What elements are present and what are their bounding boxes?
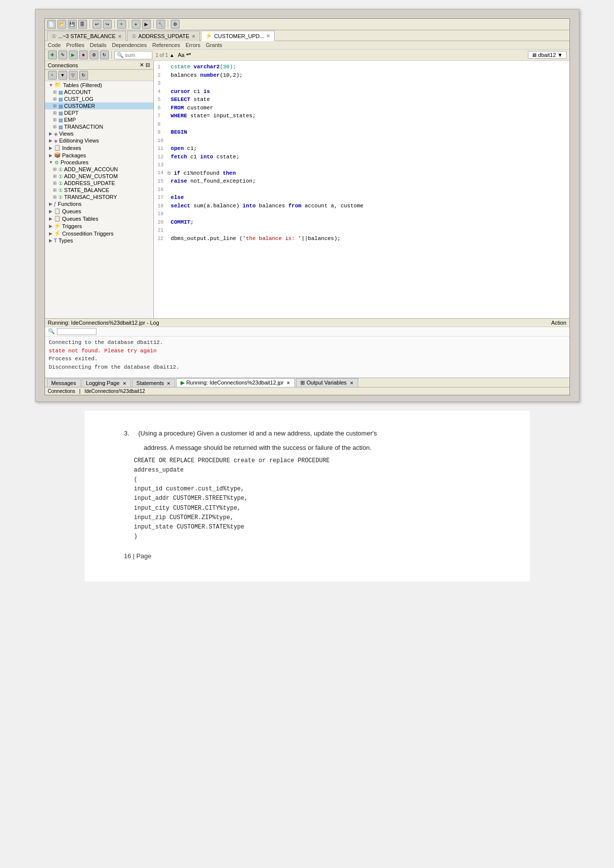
tab-running-close[interactable]: ✕ <box>286 381 290 386</box>
log-title: Running: IdeConnections%23dbait12.jpr - … <box>48 320 159 326</box>
search-input[interactable] <box>125 52 150 58</box>
sidebar-item-state-balance[interactable]: ⊞ ① STATE_BALANCE <box>45 187 153 193</box>
doc-param-5: input_state CUSTOMER.STATE%type <box>134 523 500 532</box>
tab-messages[interactable]: Messages <box>47 379 81 387</box>
tab-logging-page[interactable]: Logging Page ✕ <box>82 379 131 387</box>
menu-details[interactable]: Details <box>90 42 107 48</box>
code-line-12: 12 fetch c1 into cstate; <box>158 153 566 161</box>
sidebar-item-add-new-accoun[interactable]: ⊞ ① ADD_NEW_ACCOUN <box>45 166 153 173</box>
db-icon[interactable]: 🔧 <box>156 20 165 29</box>
code-line-13: 13 <box>158 161 566 169</box>
queues-label: Queues <box>62 208 82 214</box>
doc-param-2: input_addr CUSTOMER.STREET%type, <box>134 494 500 503</box>
sidebar-add-icon[interactable]: + <box>48 71 57 80</box>
sidebar-item-add-new-custom[interactable]: ⊞ ① ADD_NEW_CUSTOM <box>45 173 153 180</box>
ide-window: 📄 📂 💾 🗄 ↩ ↪ + ● ▶ 🔧 ⚙ ① ...~3 STATE_BALA… <box>45 18 570 395</box>
sidebar-item-queues-tables[interactable]: ▶ 📋 Queues Tables <box>45 215 153 222</box>
tab-output-variables-label: Output Variables <box>306 380 346 386</box>
edit-icon[interactable]: ✎ <box>58 50 67 59</box>
log-line-4: Disconnecting from the database dbait12. <box>49 363 566 372</box>
editor-content[interactable]: 1 cstate varchar2(30); 2 balances number… <box>154 61 569 318</box>
log-search-input[interactable] <box>57 328 96 335</box>
main-area: Connections ✕ ⊟ + ▼ ▽ ↻ ▼ 📁 Tables (Filt… <box>45 61 569 318</box>
sidebar-item-functions[interactable]: ▶ ƒ Functions <box>45 200 153 207</box>
forward-icon[interactable]: ↪ <box>103 20 112 29</box>
tab-statements-close[interactable]: ✕ <box>167 381 171 386</box>
add-icon[interactable]: + <box>117 20 126 29</box>
save-icon[interactable]: 💾 <box>68 20 77 29</box>
types-icon: T <box>54 238 57 243</box>
sidebar-item-triggers[interactable]: ▶ ⚡ Triggers <box>45 222 153 230</box>
stop-icon[interactable]: ■ <box>79 50 88 59</box>
run-icon[interactable]: ▶ <box>69 50 78 59</box>
add-new-custom-icon: ① <box>58 174 63 179</box>
add-row-icon[interactable]: ✚ <box>48 50 57 59</box>
sidebar-filter-icon[interactable]: ▽ <box>69 71 78 80</box>
save-all-icon[interactable]: 🗄 <box>78 20 87 29</box>
tab-address-update-close[interactable]: ✕ <box>191 34 195 39</box>
code-line-19: 19 <box>158 210 566 218</box>
sidebar-refresh2-icon[interactable]: ↻ <box>79 71 88 80</box>
tab-customer-upd-close[interactable]: ✕ <box>266 33 270 39</box>
menu-grants[interactable]: Grants <box>206 42 222 48</box>
sidebar-item-types[interactable]: ▶ T Types <box>45 237 153 244</box>
tab-logging-page-close[interactable]: ✕ <box>123 381 127 386</box>
sidebar-item-editioning-views[interactable]: ▶ ◈ Editioning Views <box>45 137 153 144</box>
tab-output-variables[interactable]: ⊞ Output Variables ✕ <box>296 378 358 387</box>
search-box[interactable]: 🔍 <box>114 51 152 59</box>
sidebar-item-cust-log[interactable]: ⊞ ▦ CUST_LOG <box>45 96 153 102</box>
tab-customer-upd[interactable]: ⚡ CUSTOMER_UPD... ✕ <box>201 31 275 41</box>
sidebar-item-packages[interactable]: ▶ 📦 Packages <box>45 151 153 159</box>
new-file-icon[interactable]: 📄 <box>47 20 56 29</box>
menu-dependencies[interactable]: Dependencies <box>112 42 146 48</box>
tab-statements[interactable]: Statements ✕ <box>132 379 176 387</box>
indexes-icon: 📋 <box>54 145 61 151</box>
sidebar-dropdown-icon[interactable]: ▼ <box>58 71 67 80</box>
compile-icon[interactable]: ⚙ <box>90 50 98 59</box>
sidebar-item-customer[interactable]: ⊞ ▦ CUSTOMER <box>45 102 153 109</box>
sidebar-close-icon[interactable]: ✕ ⊟ <box>140 62 150 68</box>
open-icon[interactable]: 📂 <box>57 20 66 29</box>
sort-asc-icon[interactable]: ▲ <box>170 52 175 58</box>
db-badge[interactable]: 🖥 dbait12 ▼ <box>528 51 567 59</box>
sidebar-item-indexes[interactable]: ▶ 📋 Indexes <box>45 144 153 151</box>
item-num: 3. <box>124 430 130 437</box>
tab-state-balance-close[interactable]: ✕ <box>118 34 122 39</box>
refresh-icon[interactable]: ↻ <box>100 50 109 59</box>
add-new-accoun-icon: ① <box>58 167 63 172</box>
sidebar-item-account[interactable]: ⊞ ▦ ACCOUNT <box>45 89 153 96</box>
sidebar-item-tables[interactable]: ▼ 📁 Tables (Filtered) <box>45 81 153 89</box>
sidebar-item-dept[interactable]: ⊞ ▦ DEPT <box>45 109 153 116</box>
menu-code[interactable]: Code <box>48 42 61 48</box>
tab-running[interactable]: ▶ Running: IdeConnections%23dbait12.jpr … <box>176 378 295 387</box>
circle-icon[interactable]: ● <box>132 20 141 29</box>
settings-icon[interactable]: ⚙ <box>171 20 180 29</box>
menu-profiles[interactable]: Profiles <box>66 42 85 48</box>
code-line-20: 20 COMMIT; <box>158 218 566 227</box>
page-number: 16 | Page <box>124 551 500 562</box>
sidebar-item-crossedition-triggers[interactable]: ▶ ⚡ Crossedition Triggers <box>45 230 153 237</box>
tab-output-variables-close[interactable]: ✕ <box>350 381 354 386</box>
sidebar-item-transaction[interactable]: ⊞ ▦ TRANSACTION <box>45 123 153 130</box>
expand-tables-icon: ▼ <box>49 83 53 88</box>
state-balance-label: STATE_BALANCE <box>64 187 109 193</box>
menu-references[interactable]: References <box>152 42 180 48</box>
tab-state-balance[interactable]: ① ...~3 STATE_BALANCE ✕ <box>47 31 126 41</box>
sidebar-item-procedures[interactable]: ▼ ⚙ Procedures <box>45 159 153 166</box>
cust-log-table-icon: ▦ <box>58 96 63 102</box>
doc-param-4: input_zip CUSTOMER.ZIP%type, <box>134 513 500 523</box>
sidebar-item-transac-history[interactable]: ⊞ ① TRANSAC_HISTORY <box>45 193 153 200</box>
bottom-tabs: Messages Logging Page ✕ Statements ✕ ▶ R… <box>45 378 569 387</box>
tab-address-update[interactable]: ① ADDRESS_UPDATE ✕ <box>127 31 200 41</box>
back-icon[interactable]: ↩ <box>93 20 101 29</box>
triggers-label: Triggers <box>62 223 82 229</box>
transac-history-icon: ① <box>58 194 63 200</box>
dept-table-icon: ▦ <box>58 110 63 116</box>
sidebar-item-emp[interactable]: ⊞ ▦ EMP <box>45 116 153 123</box>
menu-errors[interactable]: Errors <box>186 42 200 48</box>
sidebar-item-views[interactable]: ▶ ◈ Views <box>45 130 153 137</box>
arrow-icon[interactable]: ▶ <box>142 20 151 29</box>
sidebar-item-address-update[interactable]: ⊞ ① ADDRESS_UPDATE <box>45 180 153 187</box>
code-line-22: 22 dbms_output.put_line ('the balance is… <box>158 235 566 243</box>
sidebar-item-queues[interactable]: ▶ 📋 Queues <box>45 207 153 215</box>
